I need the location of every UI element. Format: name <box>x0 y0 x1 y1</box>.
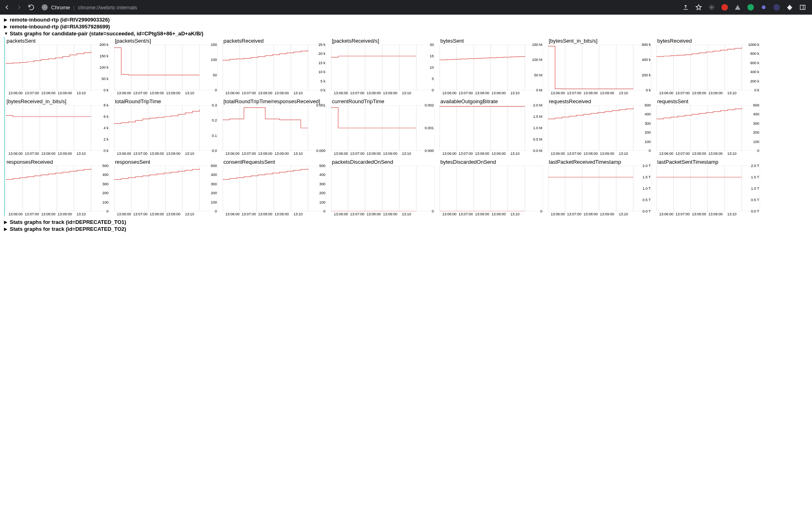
chart-title: [totalRoundTripTime/responsesReceived] <box>223 98 326 105</box>
x-tick-label: 13:08:00 <box>474 91 490 95</box>
x-axis-labels: 13:06:0013:07:0013:08:0013:09:0013:10 <box>331 151 416 156</box>
back-button[interactable] <box>3 4 11 11</box>
x-tick-label: 13:10 <box>507 212 523 216</box>
chart-title: [packetsReceived/s] <box>331 37 435 45</box>
svg-rect-117 <box>114 166 218 211</box>
x-tick-label: 13:09:00 <box>599 212 615 216</box>
chart-title: responsesReceived <box>6 158 109 166</box>
chart-title: packetsDiscardedOnSend <box>331 158 435 166</box>
x-tick-label: 13:09:00 <box>707 212 723 216</box>
share-icon[interactable] <box>682 4 689 11</box>
chart-responsesReceived: responsesReceived500400300200100013:06:0… <box>6 158 109 216</box>
chart-responsesSent: responsesSent500400300200100013:06:0013:… <box>114 158 218 216</box>
x-tick-label: 13:08:00 <box>582 152 599 156</box>
ext1-icon[interactable] <box>708 4 715 11</box>
x-tick-label: 13:07:00 <box>132 212 148 216</box>
chart-bytesDiscardedOnSend: bytesDiscardedOnSend013:06:0013:07:0013:… <box>440 158 543 216</box>
x-tick-label: 13:08:00 <box>366 212 382 216</box>
expander-label: Stats graphs for track (id=DEPRECATED_TO… <box>10 219 126 225</box>
svg-rect-89 <box>440 105 543 151</box>
chart-title: [bytesSent_in_bits/s] <box>548 37 652 45</box>
expander-remote-inbound-rtp-2[interactable]: ▶ remote-inbound-rtp (id=RIA3957928699) <box>4 23 808 30</box>
x-tick-label: 13:09:00 <box>490 212 507 216</box>
chart-plot: 2.0 T1.5 T1.0 T0.5 T0.0 T <box>656 166 760 211</box>
browser-toolbar: Chrome | chrome://webrtc-internals <box>0 0 812 15</box>
chart-plot: 2.0 T1.5 T1.0 T0.5 T0.0 T <box>548 166 652 211</box>
x-tick-label: 13:09:00 <box>56 91 73 95</box>
x-tick-label: 13:09:00 <box>165 91 181 95</box>
ext4-icon[interactable] <box>747 4 754 11</box>
chart-plot: 8 k6 k4 k2 k0 k <box>6 105 109 151</box>
chart-packetsDiscardedOnSend: packetsDiscardedOnSend013:06:0013:07:001… <box>331 158 435 216</box>
chart-plot: 200 k150 k100 k50 k0 k <box>6 45 109 90</box>
ext6-icon[interactable] <box>773 4 780 11</box>
x-tick-label: 13:08:00 <box>691 152 707 156</box>
ext3-icon[interactable] <box>734 4 741 11</box>
x-tick-label: 13:08:00 <box>582 91 599 95</box>
x-tick-label: 13:09:00 <box>490 91 507 95</box>
chart-currentRoundTripTime: currentRoundTripTime0.0020.0010.00013:06… <box>331 98 435 156</box>
svg-rect-145 <box>548 166 652 211</box>
chart-title: bytesSent <box>440 37 543 45</box>
svg-rect-61 <box>6 105 109 151</box>
charts-grid: packetsSent200 k150 k100 k50 k0 k13:06:0… <box>4 37 808 216</box>
x-tick-label: 13:10 <box>73 152 89 156</box>
chart-packetsSent: packetsSent200 k150 k100 k50 k0 k13:06:0… <box>6 37 109 95</box>
ext2-icon[interactable] <box>721 4 728 11</box>
panel-icon[interactable] <box>799 4 806 11</box>
x-tick-label: 13:09:00 <box>382 91 398 95</box>
x-axis-labels: 13:06:0013:07:0013:08:0013:09:0013:10 <box>440 90 525 95</box>
forward-button[interactable] <box>15 4 23 11</box>
chart-title: lastPacketReceivedTimestamp <box>548 158 652 166</box>
chart-packetsReceived: packetsReceived25 k20 k15 k10 k5 k0 k13:… <box>223 37 326 95</box>
x-tick-label: 13:07:00 <box>24 212 40 216</box>
x-tick-label: 13:10 <box>290 152 306 156</box>
x-tick-label: 13:06:00 <box>7 152 24 156</box>
x-tick-label: 13:10 <box>73 91 89 95</box>
chart-plot: 600 k400 k200 k0 k <box>548 45 652 90</box>
chart-title: currentRoundTripTime <box>331 98 435 105</box>
chart-plot: 0.0010.000 <box>223 105 326 151</box>
x-tick-label: 13:06:00 <box>550 152 566 156</box>
expander-track-2[interactable]: ▶ Stats graphs for track (id=DEPRECATED_… <box>4 226 808 232</box>
x-tick-label: 13:09:00 <box>165 152 181 156</box>
x-tick-label: 13:08:00 <box>366 91 382 95</box>
url-separator: | <box>73 4 74 11</box>
star-icon[interactable] <box>695 4 702 11</box>
x-tick-label: 13:06:00 <box>224 212 240 216</box>
svg-rect-96 <box>548 105 652 151</box>
url-text: chrome://webrtc-internals <box>78 4 137 11</box>
svg-point-3 <box>762 5 765 9</box>
chart-bytesReceived: bytesReceived1000 k800 k600 k400 k200 k0… <box>656 37 760 95</box>
x-tick-label: 13:07:00 <box>349 91 365 95</box>
x-tick-label: 13:07:00 <box>24 152 40 156</box>
chart-title: packetsSent <box>6 37 109 45</box>
svg-rect-131 <box>331 166 435 211</box>
svg-rect-103 <box>656 105 760 151</box>
ext5-icon[interactable] <box>760 4 767 11</box>
x-tick-label: 13:07:00 <box>240 91 257 95</box>
x-tick-label: 13:06:00 <box>7 91 24 95</box>
x-tick-label: 13:10 <box>724 152 740 156</box>
x-tick-label: 13:08:00 <box>582 212 599 216</box>
triangle-right-icon: ▶ <box>4 24 9 29</box>
extensions-icon[interactable] <box>786 4 793 11</box>
chart-plot: 0.0020.0010.000 <box>331 105 435 151</box>
expander-remote-inbound-rtp-1[interactable]: ▶ remote-inbound-rtp (id=RIV2990903326) <box>4 16 808 23</box>
svg-rect-75 <box>223 105 326 151</box>
x-tick-label: 13:10 <box>182 152 198 156</box>
reload-button[interactable] <box>28 4 35 11</box>
x-tick-label: 13:08:00 <box>40 212 56 216</box>
expander-track-1[interactable]: ▶ Stats graphs for track (id=DEPRECATED_… <box>4 219 808 226</box>
expander-candidate-pair[interactable]: ▼ Stats graphs for candidate-pair (state… <box>4 30 808 37</box>
x-tick-label: 13:09:00 <box>273 152 290 156</box>
chart-bytesSent: bytesSent150 M100 M50 M0 M13:06:0013:07:… <box>440 37 543 95</box>
x-tick-label: 13:09:00 <box>273 212 290 216</box>
x-tick-label: 13:10 <box>615 91 632 95</box>
x-tick-label: 13:06:00 <box>224 152 240 156</box>
address-bar[interactable]: Chrome | chrome://webrtc-internals <box>41 4 677 11</box>
chart-plot: 0.30.20.10.0 <box>114 105 218 151</box>
x-tick-label: 13:09:00 <box>599 152 615 156</box>
x-tick-label: 13:07:00 <box>132 91 148 95</box>
x-tick-label: 13:10 <box>290 212 306 216</box>
